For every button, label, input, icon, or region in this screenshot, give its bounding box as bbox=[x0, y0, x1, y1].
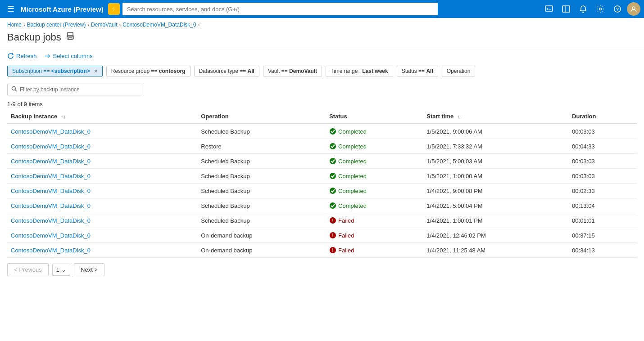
topbar: ☰ Microsoft Azure (Preview) ⚡ ? bbox=[0, 0, 644, 18]
operation-cell: Scheduled Backup bbox=[197, 154, 326, 169]
status-wrapper-cell: ! Failed bbox=[326, 228, 423, 243]
operation-cell: Scheduled Backup bbox=[197, 169, 326, 184]
notification-icon[interactable] bbox=[576, 1, 591, 17]
start-time-cell: 1/5/2021, 7:33:32 AM bbox=[423, 139, 568, 154]
table-container: Backup instance ↑↓ Operation Status Star… bbox=[0, 109, 644, 258]
start-time-cell: 1/5/2021, 5:00:03 AM bbox=[423, 154, 568, 169]
svg-point-12 bbox=[12, 87, 16, 90]
status-cell: ! Failed bbox=[329, 247, 419, 254]
duration-cell: 00:34:13 bbox=[568, 243, 637, 258]
breadcrumb-contoso-disk[interactable]: ContosoDemoVM_DataDisk_0 bbox=[122, 22, 196, 28]
svg-rect-2 bbox=[562, 6, 570, 12]
help-icon[interactable]: ? bbox=[610, 1, 625, 17]
start-time-cell: 1/4/2021, 5:00:04 PM bbox=[423, 198, 568, 213]
table-row[interactable]: ContosoDemoVM_DataDisk_0 On-demand backu… bbox=[7, 243, 637, 258]
status-cell: Completed bbox=[329, 187, 419, 194]
time-range-filter-label: Time range : Last week bbox=[331, 68, 388, 74]
time-range-filter[interactable]: Time range : Last week bbox=[326, 66, 393, 76]
table-row[interactable]: ContosoDemoVM_DataDisk_0 Scheduled Backu… bbox=[7, 169, 637, 184]
datasource-filter[interactable]: Datasource type == All bbox=[194, 66, 259, 76]
status-cell: Completed bbox=[329, 172, 419, 179]
table-row[interactable]: ContosoDemoVM_DataDisk_0 Scheduled Backu… bbox=[7, 213, 637, 228]
duration-cell: 00:37:15 bbox=[568, 228, 637, 243]
print-icon[interactable] bbox=[66, 32, 75, 43]
page-title: Backup jobs bbox=[7, 31, 61, 43]
duration-cell: 00:01:01 bbox=[568, 213, 637, 228]
breadcrumb-backup-center[interactable]: Backup center (Preview) bbox=[27, 22, 86, 28]
col-operation[interactable]: Operation bbox=[197, 109, 326, 124]
vault-filter[interactable]: Vault == DemoVault bbox=[263, 66, 322, 76]
backup-instance-filter-input[interactable] bbox=[20, 86, 138, 93]
operation-cell: On-demand backup bbox=[197, 228, 326, 243]
subscription-filter[interactable]: Subscription == <subscription> ✕ bbox=[7, 66, 103, 76]
breadcrumb: Home › Backup center (Preview) › DemoVau… bbox=[0, 18, 644, 30]
svg-point-7 bbox=[632, 7, 635, 9]
col-duration[interactable]: Duration bbox=[568, 109, 637, 124]
table-row[interactable]: ContosoDemoVM_DataDisk_0 Scheduled Backu… bbox=[7, 184, 637, 198]
status-filter-label: Status == All bbox=[402, 68, 433, 74]
backup-instance-cell: ContosoDemoVM_DataDisk_0 bbox=[7, 169, 197, 184]
svg-point-17 bbox=[330, 173, 336, 179]
breadcrumb-demovault[interactable]: DemoVault bbox=[91, 22, 117, 28]
previous-button[interactable]: < Previous bbox=[7, 263, 49, 276]
col-backup-instance[interactable]: Backup instance ↑↓ bbox=[7, 109, 197, 124]
select-columns-button[interactable]: Select columns bbox=[44, 53, 93, 59]
search-container bbox=[0, 80, 644, 98]
svg-point-4 bbox=[599, 8, 602, 10]
subscription-filter-close[interactable]: ✕ bbox=[94, 68, 98, 74]
svg-text:!: ! bbox=[332, 233, 334, 238]
operation-cell: Scheduled Backup bbox=[197, 124, 326, 139]
start-time-cell: 1/4/2021, 9:00:08 PM bbox=[423, 184, 568, 198]
col-start-time[interactable]: Start time ↑↓ bbox=[423, 109, 568, 124]
filters-row: Subscription == <subscription> ✕ Resourc… bbox=[0, 62, 644, 80]
status-filter[interactable]: Status == All bbox=[397, 66, 438, 76]
col-status[interactable]: Status bbox=[326, 109, 423, 124]
breadcrumb-home[interactable]: Home bbox=[7, 22, 22, 28]
status-cell: ! Failed bbox=[329, 217, 419, 224]
table-row[interactable]: ContosoDemoVM_DataDisk_0 On-demand backu… bbox=[7, 228, 637, 243]
backup-instance-cell: ContosoDemoVM_DataDisk_0 bbox=[7, 139, 197, 154]
table-row[interactable]: ContosoDemoVM_DataDisk_0 Scheduled Backu… bbox=[7, 198, 637, 213]
panel-icon[interactable] bbox=[558, 1, 574, 17]
table-row[interactable]: ContosoDemoVM_DataDisk_0 Scheduled Backu… bbox=[7, 154, 637, 169]
table-row[interactable]: ContosoDemoVM_DataDisk_0 Scheduled Backu… bbox=[7, 124, 637, 139]
svg-rect-0 bbox=[545, 6, 553, 11]
svg-point-19 bbox=[330, 202, 336, 209]
status-wrapper-cell: Completed bbox=[326, 184, 423, 198]
duration-cell: 00:02:33 bbox=[568, 184, 637, 198]
settings-icon[interactable] bbox=[593, 1, 608, 17]
datasource-filter-label: Datasource type == All bbox=[199, 68, 254, 74]
flash-icon: ⚡ bbox=[110, 5, 118, 13]
next-button[interactable]: Next > bbox=[74, 263, 104, 276]
operation-filter-label: Operation bbox=[447, 68, 471, 74]
svg-point-16 bbox=[330, 158, 336, 164]
backup-instance-cell: ContosoDemoVM_DataDisk_0 bbox=[7, 184, 197, 198]
page-select[interactable]: 1 ⌄ bbox=[52, 264, 70, 276]
pagination: < Previous 1 ⌄ Next > bbox=[0, 258, 644, 282]
svg-rect-8 bbox=[68, 32, 73, 37]
svg-point-15 bbox=[330, 143, 336, 149]
start-time-cell: 1/4/2021, 11:25:48 AM bbox=[423, 243, 568, 258]
user-avatar[interactable] bbox=[627, 2, 640, 16]
operation-cell: Scheduled Backup bbox=[197, 184, 326, 198]
status-wrapper-cell: Completed bbox=[326, 198, 423, 213]
terminal-icon[interactable] bbox=[541, 1, 557, 17]
refresh-button[interactable]: Refresh bbox=[7, 53, 37, 59]
start-time-cell: 1/5/2021, 1:00:00 AM bbox=[423, 169, 568, 184]
status-cell: Completed bbox=[329, 157, 419, 165]
operation-cell: On-demand backup bbox=[197, 243, 326, 258]
duration-cell: 00:03:03 bbox=[568, 169, 637, 184]
resource-group-filter[interactable]: Resource group == contosorg bbox=[106, 66, 190, 76]
backup-instance-cell: ContosoDemoVM_DataDisk_0 bbox=[7, 228, 197, 243]
table-row[interactable]: ContosoDemoVM_DataDisk_0 Restore Complet… bbox=[7, 139, 637, 154]
operation-filter[interactable]: Operation bbox=[442, 66, 476, 76]
svg-point-18 bbox=[330, 188, 336, 194]
search-box bbox=[7, 84, 142, 95]
global-search-input[interactable] bbox=[122, 3, 438, 15]
backup-jobs-table: Backup instance ↑↓ Operation Status Star… bbox=[7, 109, 637, 258]
svg-text:?: ? bbox=[616, 7, 619, 12]
flash-badge[interactable]: ⚡ bbox=[108, 3, 120, 15]
hamburger-menu[interactable]: ☰ bbox=[4, 2, 18, 16]
status-cell: Completed bbox=[329, 202, 419, 209]
svg-line-13 bbox=[15, 90, 17, 92]
